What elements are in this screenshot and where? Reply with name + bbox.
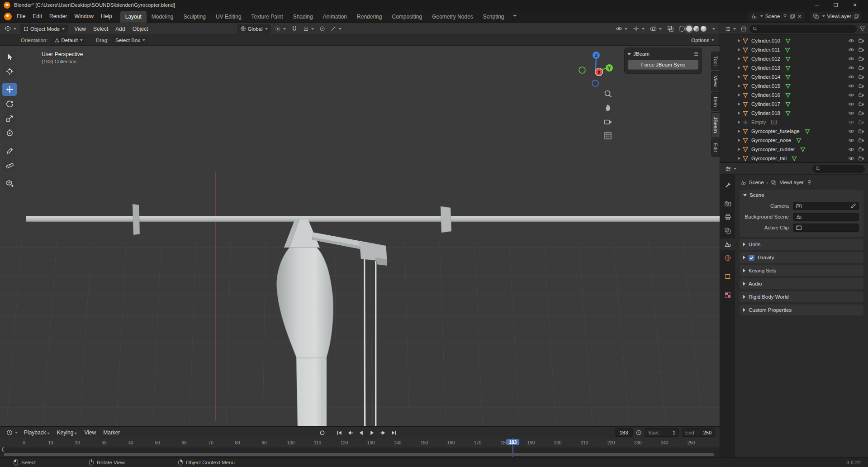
menu-help[interactable]: Help xyxy=(97,12,116,21)
drag-setting-dropdown[interactable]: Select Box xyxy=(112,36,148,45)
expand-icon[interactable] xyxy=(738,121,740,124)
hide-in-viewport-icon[interactable] xyxy=(847,119,855,125)
start-frame-field[interactable]: Start 1 xyxy=(645,428,679,437)
sidebar-tab-item[interactable]: Item xyxy=(711,92,720,111)
outliner-row-gyrocopter-rudder[interactable]: Gyrocopter_rudder xyxy=(720,145,868,154)
object-name[interactable]: Cylinder.017 xyxy=(751,101,780,107)
show-overlays-dropdown[interactable] xyxy=(648,24,664,33)
pan-hand-icon[interactable] xyxy=(602,102,613,113)
tab-object[interactable] xyxy=(720,271,735,282)
snap-toggle-button[interactable] xyxy=(289,25,299,33)
expand-icon[interactable] xyxy=(738,85,740,87)
force-jbeam-sync-button[interactable]: Force JBeam Sync xyxy=(628,60,698,70)
add-cube-tool[interactable] xyxy=(2,177,17,190)
collapse-panel-icon[interactable] xyxy=(627,53,631,55)
viewlayer-selector[interactable]: ViewLayer xyxy=(810,12,862,21)
expand-icon[interactable] xyxy=(738,76,740,78)
jump-to-start-button[interactable] xyxy=(335,428,344,437)
expand-icon[interactable] xyxy=(738,94,740,96)
hide-in-viewport-icon[interactable] xyxy=(847,110,855,116)
play-reverse-button[interactable] xyxy=(356,428,365,437)
camera-field[interactable] xyxy=(793,202,859,210)
outliner-search-input[interactable] xyxy=(749,25,857,33)
select-box-tool[interactable] xyxy=(2,50,17,63)
disable-in-renders-icon[interactable] xyxy=(857,56,865,62)
minimize-button[interactable]: ─ xyxy=(807,0,826,10)
panel-custom-properties[interactable]: Custom Properties xyxy=(740,305,863,315)
expand-icon[interactable] xyxy=(738,112,740,114)
timeline-menu-playback[interactable]: Playback xyxy=(20,428,53,437)
object-name[interactable]: Empty xyxy=(751,119,766,125)
pin-id-icon[interactable] xyxy=(806,180,812,186)
outliner-row-cylinder-011[interactable]: Cylinder.011 xyxy=(720,45,868,54)
sidebar-tab-edit[interactable]: Edit xyxy=(711,138,720,157)
hide-in-viewport-icon[interactable] xyxy=(847,47,855,53)
expand-panel-icon[interactable] xyxy=(743,256,745,259)
object-name[interactable]: Gyrocopter_fuselage xyxy=(751,129,800,134)
annotate-tool[interactable] xyxy=(2,144,17,157)
display-mode-icon[interactable] xyxy=(740,26,747,32)
sidebar-tab-tool[interactable]: Tool xyxy=(711,52,720,70)
workspace-tab-uv-editing[interactable]: UV Editing xyxy=(211,11,247,23)
workspace-tab-layout[interactable]: Layout xyxy=(120,11,147,23)
expand-icon[interactable] xyxy=(738,139,740,142)
pivot-point-dropdown[interactable] xyxy=(273,25,288,33)
timeline-ruler[interactable]: 0102030405060708090100110120130140150160… xyxy=(0,438,720,448)
filter-icon[interactable] xyxy=(859,26,865,32)
current-frame-field[interactable]: 183 xyxy=(615,428,633,437)
object-name[interactable]: Cylinder.011 xyxy=(751,47,780,52)
navigation-gizmo[interactable]: Z Y X xyxy=(575,48,617,89)
tab-output[interactable] xyxy=(720,211,735,223)
auto-keying-button[interactable] xyxy=(318,428,327,437)
outliner-row-cylinder-012[interactable]: Cylinder.012 xyxy=(720,54,868,63)
outliner-row-cylinder-015[interactable]: Cylinder.015 xyxy=(720,81,868,91)
timeline-editor-type-button[interactable] xyxy=(5,429,19,437)
snap-target-dropdown[interactable] xyxy=(301,25,316,33)
mode-dropdown[interactable]: Object Mode xyxy=(20,24,68,33)
timeline-menu-marker[interactable]: Marker xyxy=(100,428,123,437)
outliner-row-cylinder-013[interactable]: Cylinder.013 xyxy=(720,63,868,72)
expand-panel-icon[interactable] xyxy=(743,243,745,246)
pin-scene-icon[interactable] xyxy=(783,14,787,19)
jump-to-end-button[interactable] xyxy=(389,428,398,437)
toggle-ortho-icon[interactable] xyxy=(602,130,613,141)
menu-file[interactable]: File xyxy=(13,12,29,21)
hide-in-viewport-icon[interactable] xyxy=(847,128,855,134)
toggle-xray-button[interactable] xyxy=(665,24,676,33)
3d-viewport[interactable]: User Perspective (183) Collection Z Y xyxy=(0,46,720,426)
panel-audio[interactable]: Audio xyxy=(740,278,863,289)
measure-tool[interactable] xyxy=(2,159,17,172)
expand-icon[interactable] xyxy=(738,39,740,42)
disable-in-renders-icon[interactable] xyxy=(857,137,865,143)
outliner-row-cylinder-018[interactable]: Cylinder.018 xyxy=(720,109,868,118)
outliner-row-cylinder-017[interactable]: Cylinder.017 xyxy=(720,100,868,109)
panel-menu-icon[interactable]: ☰ xyxy=(694,51,699,57)
eyedropper-icon[interactable] xyxy=(850,203,856,209)
disable-in-renders-icon[interactable] xyxy=(857,92,865,98)
viewport-menu-object[interactable]: Object xyxy=(129,24,152,33)
scene-panel-header[interactable]: Scene xyxy=(740,190,863,200)
object-name[interactable]: Cylinder.012 xyxy=(751,56,780,62)
object-name[interactable]: Cylinder.010 xyxy=(751,38,780,43)
menu-render[interactable]: Render xyxy=(46,12,71,21)
object-name[interactable]: Cylinder.013 xyxy=(751,65,780,71)
scene-selector[interactable]: Scene xyxy=(748,12,805,21)
hide-in-viewport-icon[interactable] xyxy=(847,101,855,107)
falloff-dropdown[interactable] xyxy=(329,25,343,33)
tab-view-layer[interactable] xyxy=(720,225,735,237)
viewport-menu-add[interactable]: Add xyxy=(112,24,128,33)
new-viewlayer-icon[interactable] xyxy=(854,14,859,19)
object-name[interactable]: Gyrocopter_rudder xyxy=(751,147,795,152)
outliner-row-cylinder-016[interactable]: Cylinder.016 xyxy=(720,91,868,100)
properties-editor-type-button[interactable] xyxy=(723,165,738,173)
object-name[interactable]: Cylinder.018 xyxy=(751,110,780,116)
workspace-tab-modeling[interactable]: Modeling xyxy=(147,11,179,23)
collapse-panel-icon[interactable] xyxy=(743,194,747,196)
hide-in-viewport-icon[interactable] xyxy=(847,38,855,44)
sidebar-tab-jbeam[interactable]: JBeam xyxy=(711,112,720,138)
disable-in-renders-icon[interactable] xyxy=(857,74,865,80)
object-name[interactable]: Cylinder.015 xyxy=(751,83,780,89)
menu-window[interactable]: Window xyxy=(71,12,97,21)
expand-panel-icon[interactable] xyxy=(743,295,745,299)
disable-in-renders-icon[interactable] xyxy=(857,119,865,125)
